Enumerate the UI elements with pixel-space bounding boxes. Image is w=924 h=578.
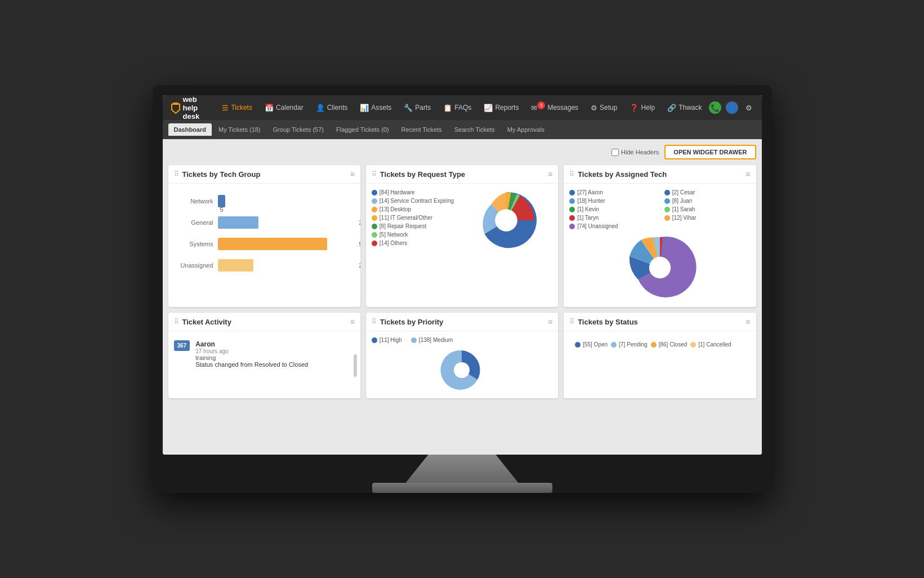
subnav-flagged-tickets[interactable]: Flagged Tickets (0) xyxy=(331,123,395,136)
widget-body-ticket-activity[interactable]: 367 Aaron 17 hours ago training Status c… xyxy=(168,331,360,377)
svg-point-4 xyxy=(454,362,470,378)
widget-menu-status[interactable]: ≡ xyxy=(746,317,750,326)
parts-icon: 🔧 xyxy=(404,104,413,112)
subnav-search-tickets[interactable]: Search Tickets xyxy=(449,123,501,136)
drag-icon-status: ⠿ xyxy=(569,318,574,326)
legend-dot-hunter xyxy=(569,198,575,204)
bar-container-general: 28 xyxy=(218,216,355,229)
monitor-screen: web help desk ☰ Tickets 📅 Calendar 👤 Cli… xyxy=(163,95,762,455)
nav-thwack-label: Thwack xyxy=(679,104,702,112)
settings-icon[interactable]: ⚙ xyxy=(743,101,755,114)
legend-dot-open xyxy=(575,342,581,348)
nav-setup[interactable]: ⚙ Setup xyxy=(585,100,623,115)
widget-header-tech-group: ⠿ Tickets by Tech Group ≡ xyxy=(168,165,360,184)
thwack-icon: 🔗 xyxy=(667,104,676,112)
hide-headers-text: Hide Headers xyxy=(621,149,659,155)
top-navigation: web help desk ☰ Tickets 📅 Calendar 👤 Cli… xyxy=(163,95,762,120)
svg-point-2 xyxy=(495,209,517,232)
activity-time-aaron: 17 hours ago xyxy=(195,348,308,354)
nav-messages[interactable]: ✉ 5 Messages xyxy=(525,100,584,115)
widget-menu-ticket-activity[interactable]: ≡ xyxy=(350,317,355,326)
widget-ticket-activity: ⠿ Ticket Activity ≡ 367 Aaron 17 hours a… xyxy=(168,313,360,398)
nav-tickets-label: Tickets xyxy=(231,104,252,112)
pie-chart-priority xyxy=(431,348,493,393)
logo-icon xyxy=(169,102,181,113)
assets-icon: 📊 xyxy=(360,104,369,112)
activity-content-367: Aaron 17 hours ago training Status chang… xyxy=(195,340,308,368)
legend-item-repair: [8] Repair Request xyxy=(372,223,454,229)
legend-item-closed: [86] Closed xyxy=(651,341,688,348)
subnav-my-tickets[interactable]: My Tickets (18) xyxy=(213,123,266,136)
pie-section-request-type: [84] Hardware [14] Service Contract Expi… xyxy=(372,189,552,251)
pie-chart-request-type xyxy=(475,189,537,251)
legend-item-desktop: [13] Desktop xyxy=(372,206,454,212)
bar-network xyxy=(218,195,225,207)
clients-icon: 👤 xyxy=(316,104,325,112)
legend-label-cesar: [2] Cesar xyxy=(672,189,695,195)
widget-title-tech-group: Tickets by Tech Group xyxy=(182,170,347,179)
svg-marker-0 xyxy=(172,104,180,113)
legend-item-it-general: [11] IT General/Other xyxy=(372,215,454,221)
user-avatar[interactable]: 👤 xyxy=(726,101,738,114)
activity-status-aaron: Status changed from Resolved to Closed xyxy=(195,361,308,368)
nav-help-label: Help xyxy=(641,104,655,112)
widget-title-ticket-activity: Ticket Activity xyxy=(182,318,347,326)
subnav-recent-tickets[interactable]: Recent Tickets xyxy=(396,123,448,136)
widget-header-status: ⠿ Tickets by Status ≡ xyxy=(564,313,756,331)
bar-unassigned xyxy=(218,259,253,272)
subnav-my-approvals[interactable]: My Approvals xyxy=(502,123,550,136)
hide-headers-checkbox[interactable] xyxy=(611,149,619,156)
legend-label-juan: [8] Juan xyxy=(672,198,693,204)
legend-item-others: [14] Others xyxy=(372,240,454,246)
legend-dot-high xyxy=(372,337,377,343)
bar-value-unassigned: 24 xyxy=(359,262,360,269)
legend-item-open: [55] Open xyxy=(575,341,608,348)
bar-row-general: General 28 xyxy=(174,216,355,229)
bar-label-network: Network xyxy=(174,198,213,204)
legend-label-vihar: [12] Vihar xyxy=(672,215,697,221)
nav-calendar[interactable]: 📅 Calendar xyxy=(259,100,309,115)
activity-item-367: 367 Aaron 17 hours ago training Status c… xyxy=(174,337,355,371)
priority-legend: [11] High [138] Medium xyxy=(372,337,552,343)
status-indicator[interactable]: 📞 xyxy=(709,101,721,114)
subnav-dashboard[interactable]: Dashboard xyxy=(168,123,212,136)
legend-label-repair: [8] Repair Request xyxy=(380,223,426,229)
nav-clients[interactable]: 👤 Clients xyxy=(310,100,354,115)
activity-name-aaron: Aaron xyxy=(195,340,308,348)
scroll-indicator-activity xyxy=(354,354,357,377)
legend-dot-vihar xyxy=(664,215,670,221)
messages-icon: ✉ xyxy=(531,104,537,112)
legend-label-sarah: [1] Sarah xyxy=(672,206,695,212)
legend-item-high: [11] High xyxy=(372,337,402,343)
pie-wrapper-priority xyxy=(372,348,552,393)
nav-help[interactable]: ❓ Help xyxy=(624,100,660,115)
nav-faqs[interactable]: 📋 FAQs xyxy=(438,100,477,115)
widget-tickets-by-tech-group: ⠿ Tickets by Tech Group ≡ Network 5 xyxy=(168,165,360,307)
nav-reports[interactable]: 📈 Reports xyxy=(478,100,524,115)
nav-tickets[interactable]: ☰ Tickets xyxy=(216,100,258,115)
bar-row-systems: Systems 92 xyxy=(174,238,355,250)
legend-label-taryn: [1] Taryn xyxy=(577,215,599,221)
legend-dot-closed xyxy=(651,342,657,348)
legend-label-aaron: [27] Aaron xyxy=(577,189,603,195)
reports-icon: 📈 xyxy=(484,104,493,112)
legend-item-taryn: [1] Taryn xyxy=(569,215,655,221)
bar-container-systems: 92 xyxy=(218,238,355,250)
hide-headers-label[interactable]: Hide Headers xyxy=(611,149,659,156)
subnav-group-tickets[interactable]: Group Tickets (57) xyxy=(267,123,329,136)
legend-dot-network xyxy=(372,232,377,238)
widget-title-request-type: Tickets by Request Type xyxy=(380,170,544,179)
widget-menu-priority[interactable]: ≡ xyxy=(548,317,552,326)
legend-dot-sarah xyxy=(664,207,670,212)
nav-assets[interactable]: 📊 Assets xyxy=(354,100,397,115)
nav-parts[interactable]: 🔧 Parts xyxy=(398,100,436,115)
open-widget-drawer-button[interactable]: OPEN WIDGET DRAWER xyxy=(664,145,756,159)
widget-tickets-by-priority: ⠿ Tickets by Priority ≡ [11] High xyxy=(366,313,558,398)
widget-menu-request-type[interactable]: ≡ xyxy=(548,170,552,179)
legend-label-network: [5] Network xyxy=(380,232,408,238)
widget-title-status: Tickets by Status xyxy=(578,318,742,326)
nav-thwack[interactable]: 🔗 Thwack xyxy=(662,100,707,115)
monitor-base xyxy=(372,483,552,493)
widget-menu-tech-group[interactable]: ≡ xyxy=(350,170,355,179)
widget-menu-assigned-tech[interactable]: ≡ xyxy=(746,170,750,179)
